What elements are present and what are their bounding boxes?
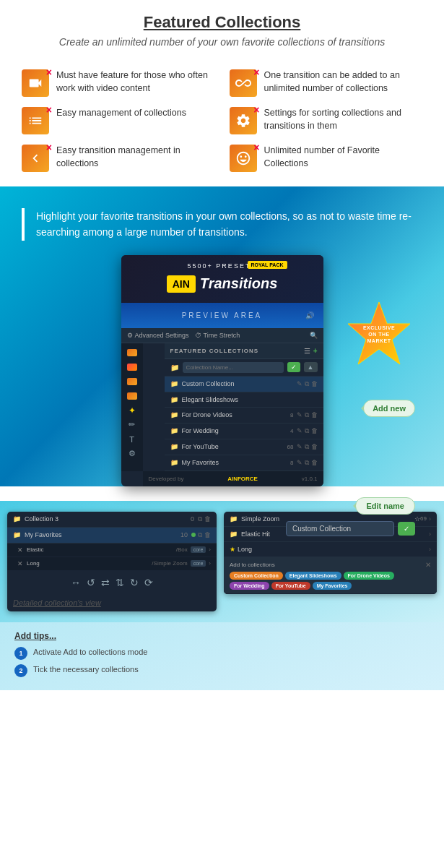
collection-name-input[interactable]: [183, 362, 284, 373]
duplicate-icon[interactable]: ⧉: [305, 443, 309, 451]
advanced-settings-btn[interactable]: ⚙ Advanced Settings: [127, 332, 189, 339]
delete-icon[interactable]: 🗑: [204, 531, 211, 539]
atc-tag-2[interactable]: For Drone Videos: [344, 572, 394, 580]
copy-icon[interactable]: ⧉: [198, 515, 202, 523]
ain-logo-transitions: Transitions: [200, 275, 277, 292]
sidebar-pen-icon[interactable]: ✏: [124, 418, 140, 431]
sidebar-glitch-icon[interactable]: [124, 361, 140, 374]
step-1-text: Activate Add to collections mode: [33, 647, 430, 658]
delete-icon[interactable]: 🗑: [311, 380, 318, 388]
sidebar-text-icon[interactable]: T: [124, 433, 140, 446]
sidebar-shape-icon[interactable]: [124, 390, 140, 403]
folder-icon: 📁: [170, 411, 178, 418]
sidebar-settings2-icon[interactable]: ⚙: [124, 447, 140, 460]
page-subtitle: Create an unlimited number of your own f…: [14, 36, 430, 48]
add-to-collections-box: Add to collections ✕ Custom CollectionEl…: [224, 557, 437, 594]
icon-arrows[interactable]: ↔: [71, 577, 81, 588]
elastic-transition-row[interactable]: ✕ Elastic / Box core ›: [7, 543, 217, 557]
icon-flip[interactable]: ⇅: [116, 577, 124, 588]
collection-item-youtube[interactable]: 📁 For YouTube 68 ✎ ⧉ 🗑: [165, 439, 323, 455]
page-title: Featured Collections: [14, 13, 430, 32]
sidebar-alpha-icon[interactable]: [124, 375, 140, 388]
collection-item-actions: ✎ ⧉ 🗑: [297, 380, 318, 388]
collection-item-elegant[interactable]: 📁 Elegant Slideshows: [165, 392, 323, 408]
atc-tags: Custom CollectionElegant SlideshowsFor D…: [230, 572, 431, 590]
icon-loop[interactable]: ⟳: [144, 577, 153, 588]
collections-header: FEATURED COLLECTIONS ☰ +: [165, 343, 323, 359]
collection-item-custom[interactable]: 📁 Custom Collection ✎ ⧉ 🗑: [165, 377, 323, 392]
custom-collection-confirm-btn[interactable]: ✓: [398, 522, 415, 536]
detail-label: Detailed collection's view: [7, 594, 217, 611]
copy-icon[interactable]: ⧉: [198, 531, 202, 539]
rename-icon[interactable]: ✎: [297, 380, 302, 388]
step-1-num: 1: [14, 647, 27, 660]
long-transition-row[interactable]: ✕ Long / Simple Zoom core ›: [7, 557, 217, 571]
collection3-row[interactable]: 📁 Collection 3 0 ⧉ 🗑: [7, 512, 217, 528]
duplicate-icon[interactable]: ⧉: [305, 411, 309, 419]
atc-header: Add to collections ✕: [230, 561, 431, 569]
ain-footer: Developed by AINFORCE v1.0.1: [143, 471, 323, 486]
folder-icon: 📁: [230, 515, 238, 523]
arrow-right-icon: ›: [209, 560, 211, 567]
rename-icon[interactable]: ✎: [297, 443, 302, 451]
atc-tag-1[interactable]: Elegant Slideshows: [285, 572, 341, 580]
delete-icon[interactable]: 🗑: [311, 427, 318, 435]
rename-icon[interactable]: ✎: [297, 411, 302, 419]
video-icon: [22, 69, 49, 97]
highlight-section: Highlight your favorite transitions in y…: [0, 186, 444, 486]
sidebar-free-icon[interactable]: [124, 346, 140, 359]
feature-item-5: Unlimited number of Favorite Collections: [230, 145, 423, 172]
feature-item-2: Easy management of collections: [22, 107, 215, 134]
infinity-icon: [230, 69, 257, 97]
custom-collection-input[interactable]: [286, 521, 394, 536]
rename-icon[interactable]: ✎: [297, 427, 302, 435]
collection-name-input-row: 📁 ✓ ▲: [165, 359, 323, 377]
manage-icon: [22, 107, 49, 134]
duplicate-icon[interactable]: ⧉: [305, 380, 309, 388]
collections-add-btn[interactable]: +: [313, 347, 318, 355]
arrow-right-icon: ›: [209, 546, 211, 553]
item-name: Long: [238, 546, 427, 553]
delete-icon[interactable]: 🗑: [311, 411, 318, 419]
step-2-text: Tick the necessary collections: [33, 664, 430, 675]
sparkle-icon: ☆: [414, 515, 420, 523]
sidebar-star-icon[interactable]: ✦: [124, 404, 140, 417]
collection-name: Custom Collection: [182, 380, 297, 387]
icon-rotate[interactable]: ↺: [87, 577, 95, 588]
confirm-collection-btn[interactable]: ✓: [287, 362, 300, 372]
delete-icon[interactable]: 🗑: [204, 515, 211, 523]
collection-item-actions: ✎ ⧉ 🗑: [297, 459, 318, 467]
collection-item-favorites[interactable]: 📁 My Favorites 8 ✎ ⧉ 🗑: [165, 455, 323, 471]
delete-icon[interactable]: 🗑: [311, 443, 318, 451]
folder-icon: 📁: [13, 515, 21, 523]
rename-icon[interactable]: ✎: [297, 459, 302, 467]
atc-close-btn[interactable]: ✕: [425, 561, 431, 569]
collapse-btn[interactable]: ▲: [304, 362, 318, 372]
duplicate-icon[interactable]: ⧉: [305, 427, 309, 435]
duplicate-icon[interactable]: ⧉: [305, 459, 309, 467]
delete-icon[interactable]: 🗑: [311, 459, 318, 467]
folder-icon: 📁: [13, 531, 21, 538]
long-row[interactable]: ★ Long ›: [224, 542, 437, 557]
icon-spin[interactable]: ↻: [130, 577, 139, 588]
time-stretch-btn[interactable]: ⏱ Time Stretch: [195, 332, 240, 339]
atc-tag-4[interactable]: For YouTube: [271, 582, 310, 590]
icon-shuffle[interactable]: ⇄: [101, 577, 110, 588]
collection-item-drone[interactable]: 📁 For Drone Videos 8 ✎ ⧉ 🗑: [165, 408, 323, 424]
collections-menu-btn[interactable]: ☰: [304, 347, 310, 355]
atc-tag-0[interactable]: Custom Collection: [230, 572, 283, 580]
instruction-2: 2 Tick the necessary collections: [14, 664, 430, 677]
atc-tag-5[interactable]: My Favorites: [313, 582, 352, 590]
myfavorites-row[interactable]: 📁 My Favorites 10 ⧉ 🗑: [7, 528, 217, 543]
atc-tag-3[interactable]: For Wedding: [230, 582, 269, 590]
feature-text: Easy transition management in collection…: [56, 145, 215, 170]
search-icon[interactable]: 🔍: [310, 332, 318, 339]
feature-text: Settings for sorting collections and tra…: [264, 107, 423, 132]
ain-logo: AIN: [167, 275, 196, 293]
collection-item-wedding[interactable]: 📁 For Wedding 4 ✎ ⧉ 🗑: [165, 424, 323, 439]
arrow-right-icon: ›: [429, 515, 431, 523]
add-new-tooltip: Add new: [363, 400, 415, 417]
ain-preview-area: PREVIEW AREA 🔊: [121, 303, 323, 328]
feature-item-1: One transition can be added to an unlimi…: [230, 69, 423, 97]
ain-toolbar: ⚙ Advanced Settings ⏱ Time Stretch 🔍: [121, 328, 323, 343]
